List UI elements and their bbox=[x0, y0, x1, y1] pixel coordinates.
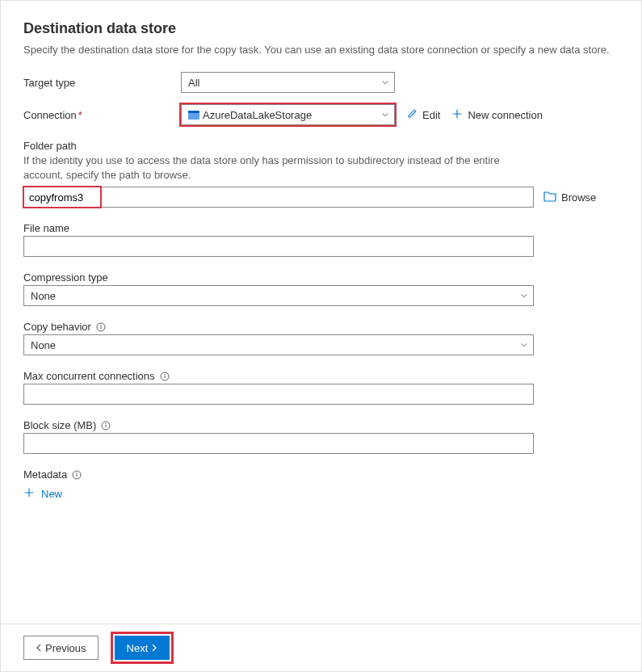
page-description: Specify the destination data store for t… bbox=[23, 44, 619, 56]
new-connection-button[interactable]: New connection bbox=[451, 108, 543, 122]
max-conn-input[interactable] bbox=[23, 384, 534, 405]
chevron-down-icon bbox=[520, 341, 528, 349]
svg-rect-13 bbox=[77, 474, 78, 477]
svg-rect-4 bbox=[100, 326, 101, 329]
svg-point-9 bbox=[106, 423, 107, 424]
compression-select[interactable]: None bbox=[23, 285, 534, 306]
block-size-label: Block size (MB) bbox=[23, 419, 619, 431]
chevron-down-icon bbox=[381, 111, 389, 119]
svg-point-3 bbox=[100, 325, 101, 326]
file-name-label: File name bbox=[23, 222, 619, 234]
target-type-label: Target type bbox=[23, 77, 181, 89]
svg-point-12 bbox=[77, 472, 78, 473]
block-size-input[interactable] bbox=[23, 433, 534, 454]
folder-icon bbox=[543, 191, 556, 204]
folder-path-input[interactable] bbox=[23, 187, 534, 208]
copy-behavior-select[interactable]: None bbox=[23, 334, 534, 355]
compression-label: Compression type bbox=[23, 271, 619, 284]
svg-rect-10 bbox=[106, 425, 107, 427]
chevron-right-icon bbox=[151, 644, 157, 652]
info-icon bbox=[101, 421, 111, 430]
info-icon bbox=[160, 372, 170, 381]
chevron-down-icon bbox=[381, 78, 389, 86]
copy-behavior-label: Copy behavior bbox=[23, 321, 619, 333]
file-name-input[interactable] bbox=[23, 236, 534, 257]
metadata-label: Metadata bbox=[23, 468, 619, 481]
target-type-value: All bbox=[188, 77, 381, 89]
connection-select[interactable]: AzureDataLakeStorage bbox=[181, 104, 395, 125]
folder-path-help: If the identity you use to access the da… bbox=[23, 153, 540, 182]
svg-point-6 bbox=[164, 374, 165, 375]
folder-path-label: Folder path bbox=[23, 140, 619, 152]
info-icon bbox=[96, 322, 106, 332]
svg-rect-1 bbox=[188, 111, 199, 113]
pencil-icon bbox=[406, 108, 418, 122]
plus-icon bbox=[451, 108, 463, 122]
chevron-left-icon bbox=[36, 644, 42, 652]
info-icon bbox=[72, 470, 82, 480]
plus-icon bbox=[23, 487, 35, 501]
browse-button[interactable]: Browse bbox=[543, 191, 596, 204]
chevron-down-icon bbox=[520, 292, 528, 300]
page-title: Destination data store bbox=[23, 20, 619, 37]
svg-rect-7 bbox=[164, 376, 165, 378]
previous-button[interactable]: Previous bbox=[23, 636, 99, 660]
next-button[interactable]: Next bbox=[115, 636, 170, 660]
target-type-select[interactable]: All bbox=[181, 72, 395, 93]
connection-label: Connection* bbox=[23, 109, 181, 121]
azure-storage-icon bbox=[188, 111, 199, 120]
metadata-new-button[interactable]: New bbox=[23, 487, 62, 501]
max-conn-label: Max concurrent connections bbox=[23, 370, 619, 382]
edit-connection-button[interactable]: Edit bbox=[406, 108, 440, 122]
connection-value: AzureDataLakeStorage bbox=[203, 109, 381, 121]
